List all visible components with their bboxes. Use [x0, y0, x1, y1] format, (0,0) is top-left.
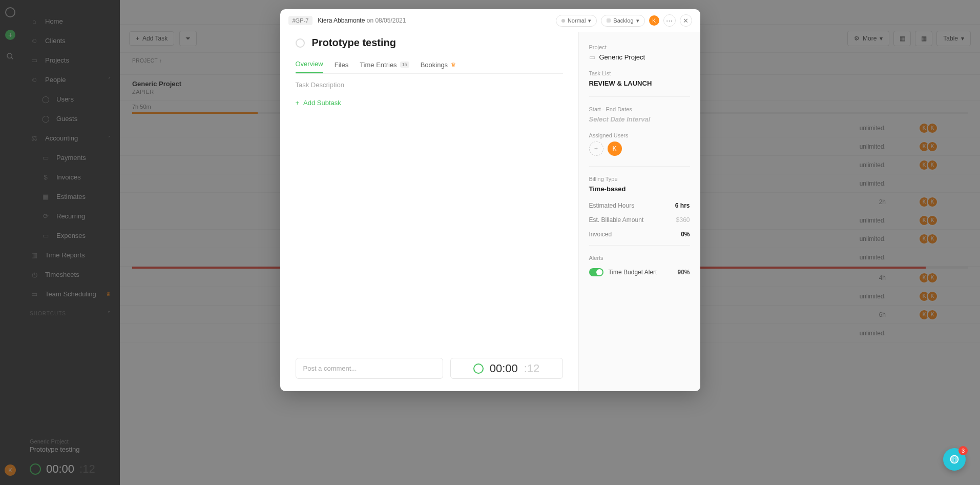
timer-main: 00:00	[490, 362, 518, 375]
assignee-avatar[interactable]: K	[649, 15, 659, 26]
folder-icon: ▭	[589, 53, 595, 61]
dates-picker[interactable]: Select Date Interval	[589, 115, 690, 123]
task-author: Kiera Abbamonte on 08/05/2021	[318, 17, 406, 24]
tasklist-value[interactable]: REVIEW & LAUNCH	[589, 79, 690, 87]
project-label: Project	[589, 44, 690, 50]
assigned-label: Assigned Users	[589, 132, 690, 138]
priority-dropdown[interactable]: Normal▾	[556, 15, 597, 27]
more-options-button[interactable]: ⋯	[663, 14, 676, 27]
tab-files[interactable]: Files	[335, 56, 348, 73]
modal-main: Prototype testing Overview Files Time En…	[280, 32, 578, 391]
priority-dot-icon	[561, 19, 565, 23]
modal-tabs: Overview Files Time Entries1h Bookings♛	[296, 56, 563, 74]
modal-overlay[interactable]: #GP-7 Kiera Abbamonte on 08/05/2021 Norm…	[0, 0, 980, 485]
project-link[interactable]: ▭Generic Project	[589, 53, 690, 61]
time-badge: 1h	[400, 62, 409, 68]
task-modal: #GP-7 Kiera Abbamonte on 08/05/2021 Norm…	[280, 9, 700, 391]
add-assignee-button[interactable]: +	[589, 142, 603, 156]
billable-value: $360	[676, 216, 690, 224]
billing-label: Billing Type	[589, 176, 690, 182]
comment-input[interactable]: Post a comment...	[296, 358, 443, 379]
help-badge: 3	[958, 446, 968, 455]
help-chat-button[interactable]: 3	[943, 448, 966, 471]
modal-side-panel: Project ▭Generic Project Task List REVIE…	[578, 32, 700, 391]
task-id-badge[interactable]: #GP-7	[288, 16, 313, 25]
est-hours-value[interactable]: 6 hrs	[675, 202, 690, 209]
complete-checkbox[interactable]	[296, 38, 305, 48]
chevron-down-icon: ▾	[636, 17, 639, 24]
invoiced-value: 0%	[681, 231, 690, 238]
close-button[interactable]: ✕	[680, 14, 692, 27]
tab-time-entries[interactable]: Time Entries1h	[360, 56, 409, 73]
invoiced-label: Invoiced	[589, 231, 612, 238]
alert-name: Time Budget Alert	[609, 269, 673, 276]
status-square-icon	[607, 18, 611, 23]
alert-value[interactable]: 90%	[677, 269, 690, 276]
tasklist-label: Task List	[589, 70, 690, 76]
crown-icon: ♛	[451, 62, 456, 68]
timer-seconds: :12	[524, 362, 540, 375]
task-title[interactable]: Prototype testing	[312, 37, 396, 49]
timer-play-icon[interactable]	[473, 363, 484, 374]
task-description-input[interactable]: Task Description	[296, 81, 563, 89]
assignee-avatar[interactable]: K	[608, 142, 622, 156]
plus-icon: +	[296, 99, 300, 107]
est-hours-label: Estimated Hours	[589, 202, 635, 209]
alert-toggle[interactable]	[589, 268, 603, 276]
chevron-down-icon: ▾	[588, 17, 591, 24]
task-timer[interactable]: 00:00:12	[450, 358, 563, 379]
modal-header: #GP-7 Kiera Abbamonte on 08/05/2021 Norm…	[280, 9, 700, 32]
tab-bookings[interactable]: Bookings♛	[421, 56, 456, 73]
status-dropdown[interactable]: Backlog▾	[601, 15, 644, 27]
billing-value: Time-based	[589, 185, 690, 193]
billable-label: Est. Billable Amount	[589, 216, 644, 224]
dates-label: Start - End Dates	[589, 106, 690, 112]
alerts-label: Alerts	[589, 255, 690, 261]
tab-overview[interactable]: Overview	[296, 56, 323, 73]
add-subtask-button[interactable]: +Add Subtask	[296, 99, 563, 107]
